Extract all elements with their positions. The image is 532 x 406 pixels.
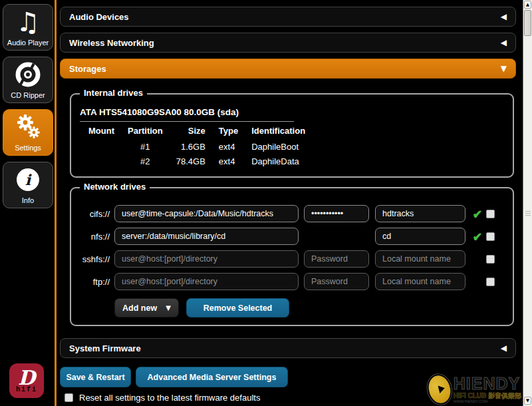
protocol-label: nfs:// [76, 232, 110, 242]
chevron-down-icon: ▼ [166, 304, 171, 311]
sidebar-item-settings[interactable]: Settings [3, 109, 53, 156]
mount-name-input[interactable] [375, 205, 466, 222]
network-drive-row-cifs: cifs:// ✔ [76, 205, 495, 222]
sidebar-item-audio-player[interactable]: ♫ Audio Player [3, 4, 53, 51]
sidebar-item-label: Info [22, 196, 34, 204]
vertical-scrollbar[interactable]: ▲ ▼ [523, 0, 532, 406]
row-select-checkbox[interactable] [486, 210, 495, 218]
sidebar-item-info[interactable]: i Info [3, 162, 53, 208]
address-input[interactable] [114, 205, 299, 222]
row-select-checkbox[interactable] [486, 278, 495, 286]
row-select-checkbox[interactable] [486, 255, 495, 264]
protocol-label: ftp:// [76, 277, 110, 287]
gears-icon [3, 111, 53, 143]
scroll-down-icon: ▼ [526, 399, 529, 403]
cell-partition: #1 [121, 140, 170, 154]
section-title: System Firmware [69, 343, 141, 353]
partitions-table: Mount Partition Size Type Identification… [82, 122, 325, 169]
remove-selected-button[interactable]: Remove Selected [186, 298, 289, 317]
expanded-arrow-icon: ▼ [501, 64, 507, 73]
music-note-icon: ♫ [3, 6, 53, 38]
scroll-down-button[interactable]: ▼ [524, 397, 531, 405]
cell-size: 78.4GB [170, 154, 212, 169]
column-header-size: Size [170, 122, 212, 140]
protocol-label: sshfs:// [76, 254, 110, 264]
address-input[interactable] [114, 228, 299, 245]
daphile-logo-letter: D [18, 369, 35, 387]
sidebar-item-cd-ripper[interactable]: CD Ripper [3, 57, 53, 103]
drive-device-title: ATA HTS541080G9SA00 80.0GB (sda) [80, 107, 513, 117]
reset-defaults-label: Reset all settings to the latest firmwar… [79, 393, 260, 403]
watermark-title: HIENDY [454, 375, 521, 392]
column-header-identification: Identification [245, 122, 325, 140]
protocol-label: cifs:// [76, 209, 110, 219]
play-triangle-icon [438, 384, 446, 393]
mount-name-input[interactable] [375, 273, 466, 290]
network-drive-row-ftp: ftp:// ✔ [76, 273, 495, 290]
table-row: #2 78.4GB ext4 DaphileData [82, 154, 325, 169]
connected-check-icon: ✔ [470, 207, 485, 221]
reset-defaults-checkbox[interactable] [65, 393, 73, 402]
advanced-media-server-settings-button[interactable]: Advanced Media Server Settings [136, 367, 288, 387]
cell-type: ext4 [212, 140, 245, 154]
daphile-logo-sub: hifi [16, 386, 37, 393]
column-header-mount: Mount [82, 122, 121, 140]
section-title: Wireless Networking [69, 38, 154, 48]
cell-identification: DaphileData [245, 154, 325, 169]
sidebar-separator [55, 0, 57, 406]
mount-name-input[interactable] [375, 228, 466, 245]
section-system-firmware[interactable]: System Firmware ◀ [60, 338, 516, 358]
add-new-dropdown[interactable]: Add new ▼ [114, 298, 179, 317]
sidebar-item-label: Audio Player [7, 39, 49, 47]
network-drives-fieldset: Network drives cifs:// ✔ nfs:// ✔ sshfs:… [70, 187, 514, 326]
address-input[interactable] [114, 273, 299, 290]
reset-defaults-row: Reset all settings to the latest firmwar… [63, 393, 260, 403]
internal-drives-fieldset: Internal drives ATA HTS541080G9SA00 80.0… [70, 93, 514, 178]
cell-size: 1.6GB [170, 140, 212, 154]
row-select-checkbox[interactable] [486, 232, 495, 241]
network-drives-legend: Network drives [80, 182, 150, 192]
section-title: Audio Devices [69, 12, 129, 22]
network-drive-row-sshfs: sshfs:// ✔ [76, 250, 495, 268]
mount-name-input[interactable] [375, 250, 466, 268]
password-input[interactable] [304, 250, 369, 268]
password-input[interactable] [304, 273, 369, 290]
watermark-url: WWW.HIENDY.COM [454, 400, 521, 404]
sidebar-item-label: CD Ripper [11, 91, 45, 99]
scroll-up-button[interactable]: ▲ [524, 1, 531, 9]
cell-mount [82, 140, 121, 154]
hiendy-logo-icon [424, 371, 455, 406]
section-wireless-networking[interactable]: Wireless Networking ◀ [60, 33, 516, 53]
info-icon: i [3, 164, 53, 196]
connected-check-icon: ✔ [470, 230, 485, 244]
internal-drives-legend: Internal drives [80, 88, 147, 98]
table-row: #1 1.6GB ext4 DaphileBoot [82, 140, 325, 154]
cell-type: ext4 [212, 154, 245, 169]
cell-identification: DaphileBoot [245, 140, 325, 154]
collapsed-arrow-icon: ◀ [501, 343, 507, 353]
sidebar-item-label: Settings [15, 144, 41, 152]
section-audio-devices[interactable]: Audio Devices ◀ [60, 7, 516, 27]
scrollbar-grip [525, 211, 531, 217]
hiendy-watermark: HIENDY HIFI CLUB 影音俱樂部 WWW.HIENDY.COM [428, 374, 521, 405]
column-header-type: Type [212, 122, 245, 140]
address-input[interactable] [114, 250, 299, 268]
section-title: Storages [69, 64, 106, 74]
watermark-subtitle: HIFI CLUB 影音俱樂部 [454, 393, 521, 399]
network-drive-row-nfs: nfs:// ✔ [76, 228, 495, 245]
collapsed-arrow-icon: ◀ [501, 12, 507, 21]
cell-partition: #2 [121, 154, 170, 169]
scrollbar-thumb[interactable] [524, 10, 531, 36]
add-new-label: Add new [122, 304, 157, 313]
collapsed-arrow-icon: ◀ [501, 38, 507, 47]
cell-mount [82, 154, 121, 169]
cd-disc-icon [3, 59, 53, 91]
column-header-partition: Partition [121, 122, 170, 140]
scroll-up-icon: ▲ [526, 3, 529, 7]
daphile-logo: D hifi [9, 363, 44, 398]
password-input[interactable] [304, 205, 369, 222]
save-restart-button[interactable]: Save & Restart [60, 367, 131, 387]
divider [80, 121, 294, 122]
section-storages[interactable]: Storages ▼ [60, 59, 516, 79]
